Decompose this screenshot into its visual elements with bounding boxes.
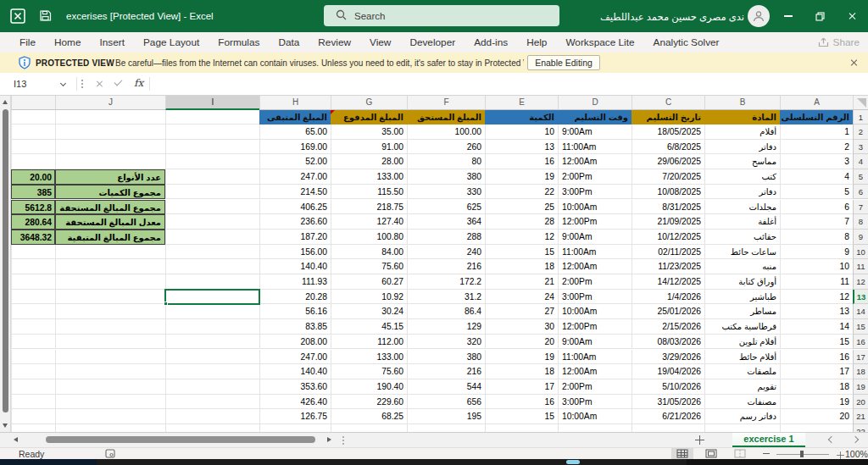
- cell-G22[interactable]: [331, 424, 407, 432]
- cell-I22[interactable]: [165, 424, 259, 432]
- row-header-22[interactable]: 22: [853, 424, 868, 432]
- cell-G12[interactable]: 60.27: [331, 274, 407, 290]
- row-header-20[interactable]: 20: [853, 395, 868, 410]
- cell-C12[interactable]: 14/12/2025: [632, 274, 704, 290]
- cell-C6[interactable]: 10/08/2025: [632, 185, 704, 200]
- cell-C7[interactable]: 8/31/2025: [632, 200, 704, 215]
- cell-J22[interactable]: [55, 424, 165, 432]
- cell-C10[interactable]: 02/11/2025: [632, 245, 704, 260]
- cell-H19[interactable]: 353.60: [259, 379, 331, 395]
- formula-input[interactable]: [153, 73, 868, 95]
- cell-G2[interactable]: 35.00: [331, 125, 407, 140]
- cell-I7[interactable]: [165, 200, 259, 215]
- cell-D11[interactable]: 12:00Am: [558, 259, 632, 274]
- cell-A2[interactable]: 1: [780, 125, 853, 140]
- cell-H16[interactable]: 208.00: [259, 335, 331, 350]
- zoom-slider-thumb[interactable]: [800, 451, 804, 457]
- row-header-17[interactable]: 17: [853, 350, 868, 365]
- cell-A22[interactable]: [780, 424, 853, 432]
- cell-E5[interactable]: 19: [485, 169, 558, 185]
- search-box[interactable]: Search: [324, 5, 559, 26]
- cell-A9[interactable]: 8: [780, 230, 853, 245]
- selected-cell-outline[interactable]: [164, 289, 260, 306]
- cell-H21[interactable]: 126.75: [259, 409, 331, 424]
- cell-C16[interactable]: 08/03/2026: [632, 335, 704, 350]
- view-normal-button[interactable]: [671, 448, 693, 459]
- cell-K10[interactable]: [11, 245, 55, 260]
- summary-value-K5[interactable]: 20.00: [11, 169, 55, 185]
- cell-E21[interactable]: 15: [485, 409, 558, 424]
- cell-F11[interactable]: 216: [407, 259, 485, 274]
- cell-J3[interactable]: [55, 140, 165, 155]
- cell-E11[interactable]: 18: [485, 259, 558, 274]
- cell-I8[interactable]: [165, 214, 259, 230]
- cell-C9[interactable]: 10/12/2025: [632, 230, 704, 245]
- cell-I21[interactable]: [165, 409, 259, 424]
- cell-J13[interactable]: [55, 290, 165, 305]
- cell-D12[interactable]: 2:00Pm: [558, 274, 632, 290]
- cell-C20[interactable]: 31/05/2026: [632, 395, 704, 410]
- cell-A5[interactable]: 4: [780, 169, 853, 185]
- cell-E12[interactable]: 21: [485, 274, 558, 290]
- cell-F12[interactable]: 172.2: [407, 274, 485, 290]
- cell-F2[interactable]: 100.00: [407, 125, 485, 140]
- column-header-A[interactable]: A: [780, 96, 853, 110]
- cell-K11[interactable]: [11, 259, 55, 274]
- cell-H17[interactable]: 247.00: [259, 350, 331, 365]
- cell-K15[interactable]: [11, 319, 55, 335]
- row-header-6[interactable]: 6: [853, 185, 868, 200]
- cell-E6[interactable]: 22: [485, 185, 558, 200]
- cell-J14[interactable]: [55, 304, 165, 319]
- cell-B5[interactable]: كتب: [704, 169, 780, 185]
- v-scroll-thumb[interactable]: [3, 109, 8, 412]
- cell-A20[interactable]: 19: [780, 395, 853, 410]
- cell-D7[interactable]: 10:00Am: [558, 200, 632, 215]
- column-header-F[interactable]: F: [407, 96, 485, 110]
- cell-D3[interactable]: 11:00Am: [558, 140, 632, 155]
- cell-B17[interactable]: أقلام حائط: [704, 350, 780, 365]
- cell-A14[interactable]: 13: [780, 304, 853, 319]
- vertical-scrollbar[interactable]: [0, 96, 11, 432]
- cell-B14[interactable]: مساطر: [704, 304, 780, 319]
- scroll-down-icon[interactable]: [3, 423, 8, 428]
- cell-H12[interactable]: 111.93: [259, 274, 331, 290]
- cell-H7[interactable]: 406.25: [259, 200, 331, 215]
- splitter-dots-icon[interactable]: [342, 436, 344, 438]
- ribbon-tab-page-layout[interactable]: Page Layout: [134, 32, 209, 53]
- select-all-corner[interactable]: [853, 96, 868, 110]
- zoom-level[interactable]: 100%: [845, 449, 868, 459]
- fx-icon[interactable]: fx: [134, 77, 143, 89]
- cell-K1[interactable]: [11, 110, 55, 125]
- cell-E9[interactable]: 12: [485, 230, 558, 245]
- cell-J4[interactable]: [55, 154, 165, 169]
- summary-label-J9[interactable]: مجموع المبالغ المتبقية: [55, 230, 165, 245]
- cell-I16[interactable]: [165, 335, 259, 350]
- cell-D4[interactable]: 12:00Am: [558, 154, 632, 169]
- fill-handle[interactable]: [164, 302, 168, 306]
- cell-C2[interactable]: 18/05/2025: [632, 125, 704, 140]
- cell-B12[interactable]: أوراق كتابة: [704, 274, 780, 290]
- ribbon-tab-file[interactable]: File: [10, 32, 45, 53]
- ribbon-tab-developer[interactable]: Developer: [400, 32, 465, 53]
- cell-G3[interactable]: 91.00: [331, 140, 407, 155]
- cell-I1[interactable]: [165, 110, 259, 125]
- ribbon-tab-workspace-lite[interactable]: Workspace Lite: [556, 32, 643, 53]
- cell-F3[interactable]: 260: [407, 140, 485, 155]
- cell-H22[interactable]: [259, 424, 331, 432]
- cell-G17[interactable]: 133.00: [331, 350, 407, 365]
- header-cell-G1[interactable]: المبلغ المدفوع: [331, 110, 407, 125]
- cell-H8[interactable]: 236.60: [259, 214, 331, 230]
- cell-A15[interactable]: 14: [780, 319, 853, 335]
- cell-K17[interactable]: [11, 350, 55, 365]
- zoom-in-button[interactable]: [837, 451, 844, 459]
- ribbon-tab-view[interactable]: View: [360, 32, 400, 53]
- cell-D14[interactable]: 10:00Am: [558, 304, 632, 319]
- close-button[interactable]: [836, 0, 868, 32]
- row-header-10[interactable]: 10: [853, 245, 868, 260]
- cell-A10[interactable]: 9: [780, 245, 853, 260]
- cell-A16[interactable]: 15: [780, 335, 853, 350]
- cell-G7[interactable]: 218.75: [331, 200, 407, 215]
- cell-D17[interactable]: 11:00Am: [558, 350, 632, 365]
- cell-I17[interactable]: [165, 350, 259, 365]
- row-header-21[interactable]: 21: [853, 409, 868, 424]
